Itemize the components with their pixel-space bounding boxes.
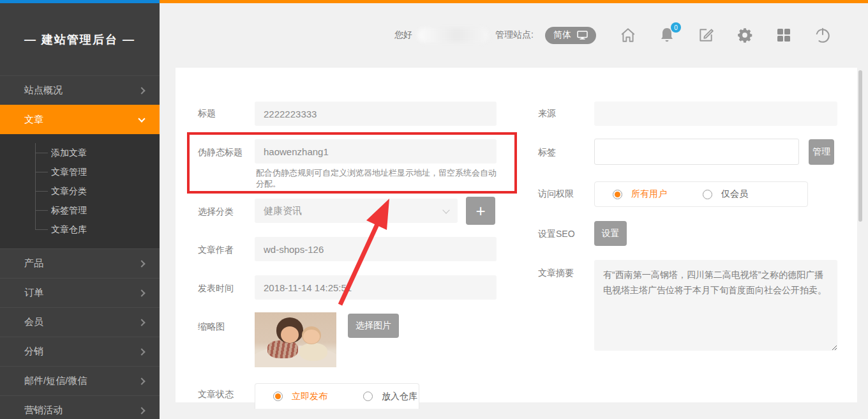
submenu-item-article-manage[interactable]: 文章管理 (0, 162, 160, 181)
radio-label: 立即发布 (292, 391, 327, 402)
radio-selected-icon (273, 392, 283, 401)
sidebar-item-marketing[interactable]: 营销活动 (0, 395, 160, 419)
title-input[interactable] (255, 102, 497, 126)
category-selected-value: 健康资讯 (264, 205, 302, 217)
chevron-right-icon (138, 319, 145, 326)
username-redacted (417, 28, 489, 42)
choose-image-button[interactable]: 选择图片 (348, 314, 399, 338)
summary-textarea[interactable]: 有“西南第一高钢塔，四川第二高电视塔”之称的德阳广播电视塔主塔广告位将于本月下旬… (594, 260, 837, 351)
sidebar-item-site-overview[interactable]: 站点概况 (0, 75, 160, 105)
status-radio-group: 立即发布 放入仓库 (255, 383, 419, 409)
radio-label: 仅会员 (721, 188, 748, 200)
language-switch-button[interactable]: 简体 (545, 27, 596, 44)
publish-time-input[interactable] (255, 275, 497, 300)
sidebar-item-label: 产品 (24, 257, 43, 270)
sidebar-item-label: 文章 (24, 114, 43, 126)
chevron-right-icon (138, 260, 145, 267)
source-label: 来源 (538, 108, 556, 119)
submenu-item-add-article[interactable]: 添加文章 (0, 143, 160, 162)
access-option-members-only[interactable]: 仅会员 (703, 188, 748, 200)
grid-apps-icon[interactable] (775, 26, 793, 44)
language-label: 简体 (553, 29, 571, 41)
greeting-text: 您好 (394, 29, 412, 41)
title-label: 标题 (198, 108, 216, 119)
sidebar-item-articles[interactable]: 文章 (0, 105, 160, 134)
sidebar-item-label: 邮件/短信/微信 (24, 375, 87, 387)
slug-help-text: 配合伪静态规则可自定义浏览器地址栏显示地址，留空系统会自动分配。 (256, 167, 498, 189)
sidebar-item-mail-sms-wechat[interactable]: 邮件/短信/微信 (0, 366, 160, 395)
status-option-warehouse[interactable]: 放入仓库 (363, 391, 417, 402)
gear-icon[interactable] (736, 26, 754, 44)
author-input[interactable] (255, 237, 497, 261)
slug-label: 伪静态标题 (198, 147, 243, 158)
thumbnail-image[interactable] (255, 312, 336, 367)
submenu-item-article-warehouse[interactable]: 文章仓库 (0, 220, 160, 239)
edit-icon[interactable] (697, 26, 715, 44)
top-icon-group: 0 (619, 26, 832, 44)
manage-tags-button[interactable]: 管理 (809, 139, 834, 165)
sidebar-item-label: 站点概况 (24, 84, 63, 96)
home-icon[interactable] (619, 26, 637, 44)
article-edit-card: 标题 伪静态标题 配合伪静态规则可自定义浏览器地址栏显示地址，留空系统会自动分配… (176, 68, 857, 402)
sidebar-item-products[interactable]: 产品 (0, 248, 160, 278)
status-label: 文章状态 (198, 389, 234, 400)
monitor-icon (577, 31, 588, 40)
chevron-right-icon (138, 348, 145, 355)
thumbnail-label: 缩略图 (198, 321, 225, 333)
power-icon[interactable] (814, 26, 832, 44)
radio-label: 所有用户 (631, 188, 667, 200)
radio-selected-icon (613, 190, 622, 199)
tags-label: 标签 (538, 147, 556, 158)
submenu-item-article-category[interactable]: 文章分类 (0, 181, 160, 201)
submenu-item-tag-manage[interactable]: 标签管理 (0, 201, 160, 220)
radio-label: 放入仓库 (382, 391, 417, 402)
summary-label: 文章摘要 (538, 268, 574, 279)
access-radio-group: 所有用户 仅会员 (594, 181, 808, 207)
access-option-all-users[interactable]: 所有用户 (613, 188, 667, 200)
seo-settings-button[interactable]: 设置 (594, 221, 627, 246)
sidebar-item-orders[interactable]: 订单 (0, 278, 160, 307)
status-option-publish[interactable]: 立即发布 (273, 391, 327, 402)
chevron-right-icon (138, 377, 145, 385)
access-label: 访问权限 (538, 188, 574, 200)
sidebar-item-label: 订单 (24, 287, 43, 299)
publish-time-label: 发表时间 (198, 283, 234, 294)
radio-unselected-icon (703, 190, 712, 199)
slug-input[interactable] (255, 139, 497, 164)
manage-site-label: 管理站点: (495, 29, 534, 41)
radio-unselected-icon (363, 392, 373, 401)
tags-input[interactable] (594, 139, 799, 165)
sidebar-item-members[interactable]: 会员 (0, 307, 160, 337)
sidebar: — 建站管理后台 — 站点概况 文章 添加文章 文章管理 文章分类 标签管理 文… (0, 0, 160, 419)
chevron-down-icon (138, 115, 145, 122)
chevron-right-icon (138, 407, 145, 414)
chevron-down-icon (442, 206, 449, 213)
seo-label: 设置SEO (538, 229, 575, 240)
main-top-accent-bar (160, 0, 868, 3)
source-input[interactable] (594, 102, 837, 126)
chevron-right-icon (138, 87, 145, 94)
sidebar-item-distribution[interactable]: 分销 (0, 337, 160, 366)
category-select[interactable]: 健康资讯 (255, 199, 458, 223)
vertical-scrollbar-thumb[interactable] (858, 70, 862, 222)
sidebar-item-label: 营销活动 (24, 404, 63, 416)
sidebar-item-label: 分销 (24, 346, 43, 358)
author-label: 文章作者 (198, 245, 234, 256)
notification-badge: 0 (671, 22, 681, 33)
chevron-right-icon (138, 289, 145, 296)
add-category-button[interactable]: + (466, 197, 495, 225)
top-header-row: 您好 管理站点: 简体 0 (394, 24, 832, 46)
sidebar-item-label: 会员 (24, 316, 43, 328)
bell-icon[interactable]: 0 (658, 26, 676, 44)
category-label: 选择分类 (198, 206, 234, 218)
articles-submenu: 添加文章 文章管理 文章分类 标签管理 文章仓库 (0, 134, 160, 248)
brand-title: — 建站管理后台 — (0, 3, 160, 75)
